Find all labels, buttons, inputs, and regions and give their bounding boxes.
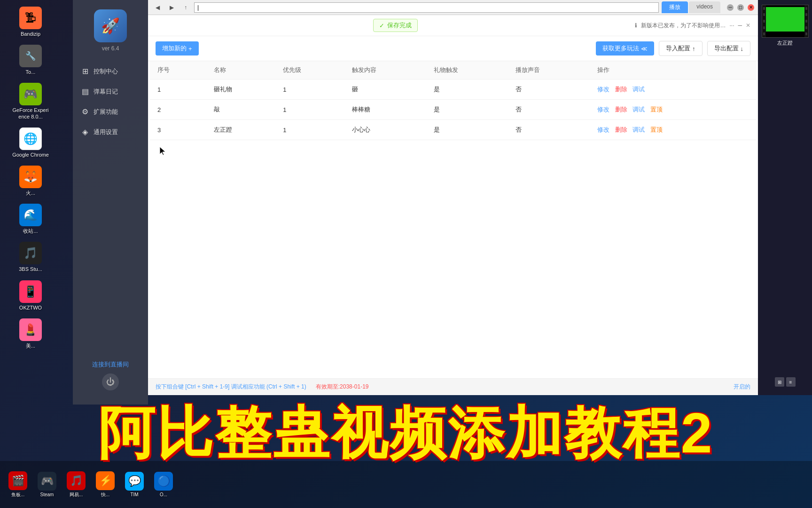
- bandizip-icon: 🗜: [19, 7, 42, 29]
- taskbar-item-tim[interactable]: 💬 TIM: [120, 470, 148, 499]
- desktop-icon-chrome[interactable]: 🌐 Google Chrome: [9, 125, 52, 161]
- nav-up-button[interactable]: ↑: [180, 2, 191, 13]
- taskbar-item-kuaijian[interactable]: ⚡ 快...: [91, 469, 119, 500]
- export-label: 导出配置: [714, 44, 739, 53]
- explorer-titlebar: ◀ ▶ ↑ | 播放 videos ─ □ ✕: [148, 0, 758, 15]
- desktop-icon-geforce[interactable]: 🎮 GeForce Experience 8.0...: [9, 80, 52, 122]
- row1-actions: 修改 删除 调试: [590, 79, 756, 100]
- update-notification: ℹ 新版本已发布，为了不影响使用… ··· ─ ✕: [635, 22, 750, 30]
- row3-num: 3: [150, 120, 206, 140]
- row2-actions: 修改 删除 调试 置顶: [590, 100, 756, 120]
- path-bar[interactable]: |: [194, 2, 659, 13]
- taskbar-item-yubian[interactable]: 🎬 鱼板...: [4, 469, 32, 500]
- row1-edit-btn[interactable]: 修改: [597, 86, 609, 93]
- meitou-icon: 💄: [19, 318, 42, 341]
- sidebar-item-expand-func[interactable]: ⚙ 扩展功能: [73, 102, 148, 122]
- sidebar-bottom: 连接到直播间 ⏻: [73, 356, 148, 395]
- desktop-icon-bandizip[interactable]: 🗜 Bandizip: [9, 4, 52, 40]
- desktop-icon-okztwo[interactable]: 📱 OKZTWO: [9, 278, 52, 314]
- row2-delete-btn[interactable]: 删除: [615, 106, 627, 113]
- row3-debug-btn[interactable]: 调试: [632, 126, 645, 133]
- table-row: 3 左正蹬 1 小心心 是 否 修改 删除 调试 置顶: [150, 120, 756, 140]
- row1-gift: 是: [426, 79, 508, 100]
- edge-label: 收站...: [23, 228, 38, 234]
- video-preview: 左正蹬: [762, 5, 809, 47]
- sidebar-item-control-center[interactable]: ⊞ 控制中心: [73, 61, 148, 81]
- table-header-row: 序号 名称 优先级 触发内容 礼物触发 播放声音 操作: [150, 61, 756, 79]
- row2-top-btn[interactable]: 置顶: [650, 106, 663, 113]
- add-icon: +: [188, 45, 192, 52]
- power-button[interactable]: ⏻: [102, 373, 119, 390]
- desktop-icon-3bs[interactable]: 🎵 3BS Stu...: [9, 239, 52, 275]
- geforce-label: GeForce Experience 8.0...: [11, 107, 50, 119]
- row2-sound: 否: [508, 100, 590, 120]
- more-options-icon[interactable]: ···: [729, 22, 734, 29]
- row3-delete-btn[interactable]: 删除: [615, 126, 627, 133]
- sidebar-menu: ⊞ 控制中心 ▤ 弹幕日记 ⚙ 扩展功能 ◈ 通用设置: [73, 61, 148, 142]
- tab-videos[interactable]: videos: [689, 1, 720, 13]
- notify-text: 新版本已发布，为了不影响使用…: [641, 22, 726, 30]
- other-icon: 🔵: [154, 472, 173, 491]
- desktop-icon-edge[interactable]: 🌊 收站...: [9, 201, 52, 237]
- nav-back-button[interactable]: ◀: [152, 2, 163, 13]
- general-settings-icon: ◈: [80, 127, 90, 136]
- row1-name: 砸礼物: [206, 79, 275, 100]
- col-header-num: 序号: [150, 61, 206, 79]
- row1-delete-btn[interactable]: 删除: [615, 86, 627, 93]
- desktop-icon-meitou[interactable]: 💄 美...: [9, 316, 52, 352]
- col-header-trigger: 触发内容: [344, 61, 426, 79]
- sidebar-item-bullet-diary[interactable]: ▤ 弹幕日记: [73, 81, 148, 102]
- close-notify-button[interactable]: ✕: [746, 22, 750, 29]
- row1-sound: 否: [508, 79, 590, 100]
- row3-top-btn[interactable]: 置顶: [650, 126, 663, 133]
- col-header-action: 操作: [590, 61, 756, 79]
- firefox-label: 火...: [26, 190, 35, 196]
- row2-num: 2: [150, 100, 206, 120]
- toolbar: 增加新的 + 获取更多玩法 ≪ 导入配置 ↑ 导出配置 ↓: [148, 36, 758, 61]
- view-toggle-icons: ⊞ ≡: [775, 373, 796, 390]
- row2-priority: 1: [275, 100, 344, 120]
- desktop-icon-tool[interactable]: 🔧 To...: [9, 42, 52, 78]
- taskbar-item-wangyi[interactable]: 🎵 网易...: [62, 469, 90, 500]
- row3-edit-btn[interactable]: 修改: [597, 126, 609, 133]
- add-new-button[interactable]: 增加新的 +: [156, 41, 199, 56]
- table-row: 1 砸礼物 1 砸 是 否 修改 删除 调试: [150, 79, 756, 100]
- get-more-plays-button[interactable]: 获取更多玩法 ≪: [596, 41, 654, 56]
- save-complete-banner: ✓ 保存完成: [373, 19, 418, 32]
- row2-edit-btn[interactable]: 修改: [597, 106, 609, 113]
- list-view-icon[interactable]: ≡: [786, 377, 796, 387]
- export-config-button[interactable]: 导出配置 ↓: [707, 41, 751, 56]
- sidebar-item-general-settings[interactable]: ◈ 通用设置: [73, 122, 148, 142]
- grid-view-icon[interactable]: ⊞: [775, 377, 784, 387]
- taskbar-item-other[interactable]: 🔵 O...: [149, 470, 178, 499]
- minimize-notify-icon[interactable]: ─: [738, 22, 742, 29]
- taskbar-item-steam[interactable]: 🎮 Steam: [33, 470, 61, 499]
- row3-priority: 1: [275, 120, 344, 140]
- tab-play[interactable]: 播放: [662, 1, 688, 13]
- nav-forward-button[interactable]: ▶: [166, 2, 177, 13]
- minimize-button[interactable]: ─: [727, 4, 734, 11]
- connect-live-link[interactable]: 连接到直播间: [92, 360, 129, 369]
- row3-sound: 否: [508, 120, 590, 140]
- window-tabs: 播放 videos: [662, 1, 720, 13]
- share-icon: ≪: [641, 45, 648, 52]
- row3-name: 左正蹬: [206, 120, 275, 140]
- shortcut-label: 按下组合键 [Ctrl + Shift + 1-9] 调试相应功能: [156, 383, 265, 390]
- sidebar-item-general-settings-label: 通用设置: [94, 128, 118, 136]
- import-config-button[interactable]: 导入配置 ↑: [659, 41, 703, 56]
- path-text: |: [197, 4, 199, 11]
- row2-debug-btn[interactable]: 调试: [632, 106, 645, 113]
- row1-debug-btn[interactable]: 调试: [632, 86, 645, 93]
- open-button[interactable]: 开启的: [734, 383, 750, 391]
- desktop-icon-area: 🗜 Bandizip 🔧 To... 🎮 GeForce Experience …: [0, 0, 61, 508]
- app-sidebar-panel: 🚀 ver 6.4 ⊞ 控制中心 ▤ 弹幕日记 ⚙ 扩展功能 ◈ 通用设置 连接…: [73, 0, 148, 405]
- tool-label: To...: [26, 69, 36, 75]
- desktop-icon-firefox[interactable]: 🦊 火...: [9, 163, 52, 199]
- maximize-button[interactable]: □: [737, 4, 744, 11]
- chrome-label: Google Chrome: [12, 152, 49, 158]
- get-more-label: 获取更多玩法: [602, 44, 639, 53]
- shortcut-text: 按下组合键 [Ctrl + Shift + 1-9] 调试相应功能 (Ctrl …: [156, 383, 306, 391]
- close-button[interactable]: ✕: [748, 4, 754, 11]
- firefox-icon: 🦊: [19, 166, 42, 188]
- steam-icon: 🎮: [38, 472, 56, 491]
